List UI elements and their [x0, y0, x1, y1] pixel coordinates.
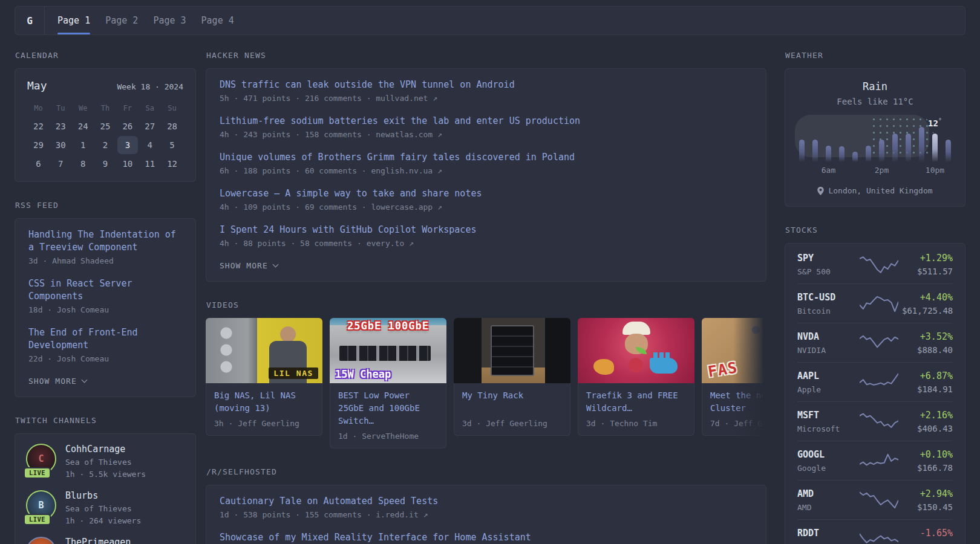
weather-section-label: WEATHER	[785, 51, 965, 60]
show-more-label: SHOW MORE	[220, 261, 268, 270]
avatar: P	[26, 537, 56, 544]
stock-ticker-link[interactable]: RDDT	[797, 528, 855, 539]
stock-values: +2.94% $150.45	[902, 488, 953, 512]
videos-row: LIL NAS Big NAS, Lil NAS (moving 13) 3h …	[206, 318, 766, 448]
weather-bar	[866, 146, 871, 162]
stock-ticker-link[interactable]: AMD	[797, 488, 855, 499]
tab-page-4[interactable]: Page 4	[201, 7, 234, 34]
video-title-link[interactable]: My Tiny Rack	[462, 389, 562, 415]
chevron-down-icon	[272, 262, 278, 268]
stock-change: +4.40%	[902, 292, 953, 303]
day-header: We	[72, 104, 94, 112]
video-card[interactable]: Traefik 3 and FREE Wildcard… 3d · Techno…	[578, 318, 694, 448]
weather-bar	[946, 140, 951, 162]
weather-bar	[892, 134, 898, 162]
video-thumbnail	[578, 318, 694, 383]
stock-ticker-link[interactable]: MSFT	[797, 410, 855, 421]
video-title-link[interactable]: Traefik 3 and FREE Wildcard…	[586, 389, 686, 415]
twitch-channel-info: ThePrimeagen	[65, 537, 131, 544]
reddit-item-title-link[interactable]: Cautionary Tale on Automated Speed Tests	[220, 495, 753, 508]
rss-item-meta: 22d · Josh Comeau	[28, 354, 182, 363]
avatar: B LIVE	[26, 490, 56, 520]
weather-feels-like: Feels like 11°C	[797, 97, 953, 106]
app-logo[interactable]: G	[15, 7, 45, 34]
twitch-channel-name[interactable]: CohhCarnage	[65, 444, 146, 455]
video-meta: 3d · Techno Tim	[586, 419, 686, 428]
calendar-day: 26	[116, 117, 139, 135]
hn-show-more-button[interactable]: SHOW MORE	[220, 260, 278, 273]
stock-row: RDDT -1.65%	[797, 519, 953, 544]
video-card[interactable]: FAS Meet the new Linux Cluster 7d · Jeff…	[702, 318, 766, 448]
stock-price	[902, 542, 953, 544]
weather-bar	[812, 140, 818, 162]
day-header: Fr	[116, 104, 139, 112]
stock-sparkline	[855, 372, 902, 393]
stock-change: -1.65%	[902, 528, 953, 539]
calendar-day: 30	[50, 136, 72, 154]
stock-price: $184.91	[902, 384, 953, 394]
tab-page-1[interactable]: Page 1	[57, 7, 90, 34]
stock-ticker-link[interactable]: SPY	[797, 253, 855, 264]
rss-item-title-link[interactable]: Handling The Indentation of a Treeview C…	[28, 228, 182, 254]
thumbnail-art	[545, 318, 570, 383]
calendar-day-headers: Mo Tu We Th Fr Sa Su	[27, 104, 183, 112]
avatar: C LIVE	[26, 444, 56, 474]
twitch-channel-name[interactable]: ThePrimeagen	[65, 537, 131, 544]
rss-item: Handling The Indentation of a Treeview C…	[28, 228, 182, 265]
calendar-day: 2	[94, 136, 117, 154]
twitch-channel-name[interactable]: Blurbs	[65, 490, 141, 501]
stock-info: AAPL Apple	[797, 371, 855, 394]
server-rack-art	[491, 325, 534, 376]
rss-show-more-button[interactable]: SHOW MORE	[28, 375, 87, 388]
hn-item-title-link[interactable]: Lowercase – A simple way to take and sha…	[220, 187, 753, 200]
video-card[interactable]: 25GbE 100GbE 15W Cheap BEST Low Power 25…	[330, 318, 446, 448]
stock-price: $166.78	[902, 463, 953, 473]
videos-carousel: LIL NAS Big NAS, Lil NAS (moving 13) 3h …	[206, 318, 766, 448]
weather-time-label: 2pm	[875, 166, 889, 175]
hn-item-title-link[interactable]: DNS traffic can leak outside the VPN tun…	[220, 79, 753, 91]
calendar-day: 22	[27, 117, 50, 135]
video-title-link[interactable]: Meet the new Linux Cluster	[710, 389, 766, 415]
stock-values: +4.40% $61,725.48	[902, 292, 953, 316]
rss-item-title-link[interactable]: The End of Front-End Development	[28, 326, 182, 352]
stock-ticker-link[interactable]: BTC-USD	[797, 292, 855, 303]
calendar-day: 29	[27, 136, 50, 154]
calendar-month: May	[27, 79, 47, 92]
reddit-item-title-link[interactable]: Showcase of my Mixed Reality Interface f…	[220, 531, 753, 544]
stock-ticker-link[interactable]: AAPL	[797, 371, 855, 381]
videos-section: VIDEOS LIL NAS Big NAS, Lil NAS (movin	[206, 300, 766, 448]
video-title-link[interactable]: BEST Low Power 25GbE and 100GbE Switch…	[338, 389, 438, 427]
weather-bar	[906, 134, 911, 162]
calendar-day-selected: 3	[117, 136, 138, 154]
stock-info: AMD AMD	[797, 488, 855, 512]
calendar-day: 4	[139, 136, 161, 154]
stock-ticker-link[interactable]: NVDA	[797, 331, 855, 342]
stock-sparkline	[855, 254, 902, 276]
calendar-day: 9	[94, 155, 117, 173]
calendar-day: 24	[72, 117, 94, 135]
stock-sparkline	[855, 411, 902, 433]
tab-page-3[interactable]: Page 3	[153, 7, 186, 34]
rss-item-title-link[interactable]: CSS in React Server Components	[28, 277, 182, 303]
hn-item-title-link[interactable]: Lithium-free sodium batteries exit the l…	[220, 115, 753, 128]
hn-item-title-link[interactable]: I Spent 24 Hours with GitHub Copilot Wor…	[220, 224, 753, 236]
stock-values: +3.52% $888.40	[902, 331, 953, 355]
stock-price: $150.45	[902, 502, 953, 512]
live-badge: LIVE	[24, 467, 51, 479]
stock-info: NVDA NVIDIA	[797, 331, 855, 355]
stock-change: +3.52%	[902, 331, 953, 342]
video-card[interactable]: LIL NAS Big NAS, Lil NAS (moving 13) 3h …	[206, 318, 322, 448]
video-card[interactable]: My Tiny Rack 3d · Jeff Geerling	[454, 318, 570, 448]
weather-widget: Rain Feels like 11°C 12° 6am2pm10pm Lond…	[785, 68, 965, 207]
video-thumbnail: LIL NAS	[206, 318, 322, 383]
stock-company: Bitcoin	[797, 306, 855, 316]
stock-ticker-link[interactable]: GOOGL	[797, 449, 855, 460]
tab-page-2[interactable]: Page 2	[105, 7, 138, 34]
calendar-day: 28	[161, 117, 183, 135]
stock-sparkline	[855, 490, 902, 511]
video-title-link[interactable]: Big NAS, Lil NAS (moving 13)	[214, 389, 314, 415]
hn-item-meta: 4h · 243 points · 158 comments · newatla…	[220, 130, 753, 139]
chevron-down-icon	[81, 377, 87, 383]
calendar-widget: May Week 18 · 2024 Mo Tu We Th Fr Sa Su …	[15, 68, 196, 182]
hn-item-title-link[interactable]: Unique volumes of Brothers Grimm fairy t…	[220, 151, 753, 164]
